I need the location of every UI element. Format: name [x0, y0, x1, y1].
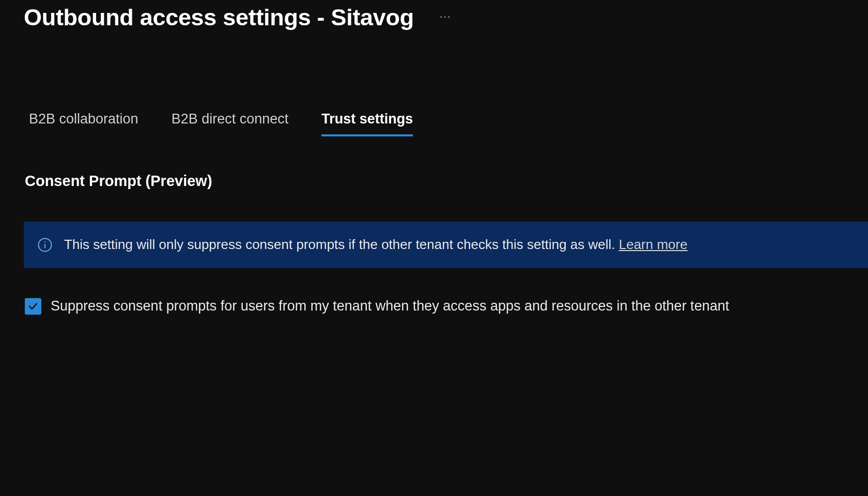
tab-bar: B2B collaboration B2B direct connect Tru… [29, 111, 868, 136]
tab-b2b-direct-connect[interactable]: B2B direct connect [172, 111, 289, 136]
info-banner: This setting will only suppress consent … [24, 222, 868, 268]
suppress-consent-label[interactable]: Suppress consent prompts for users from … [51, 298, 729, 314]
more-actions-icon[interactable]: ··· [440, 10, 452, 25]
page-title: Outbound access settings - Sitavog [24, 4, 414, 31]
suppress-consent-option: Suppress consent prompts for users from … [25, 298, 868, 315]
suppress-consent-checkbox[interactable] [25, 298, 41, 315]
page-header: Outbound access settings - Sitavog ··· [24, 4, 868, 31]
tab-b2b-collaboration[interactable]: B2B collaboration [29, 111, 138, 136]
info-banner-text: This setting will only suppress consent … [64, 236, 688, 254]
info-text-main: This setting will only suppress consent … [64, 237, 619, 252]
learn-more-link[interactable]: Learn more [619, 237, 688, 252]
info-icon [37, 237, 53, 253]
tab-trust-settings[interactable]: Trust settings [321, 111, 413, 136]
section-heading: Consent Prompt (Preview) [25, 173, 868, 190]
svg-point-2 [44, 241, 45, 242]
